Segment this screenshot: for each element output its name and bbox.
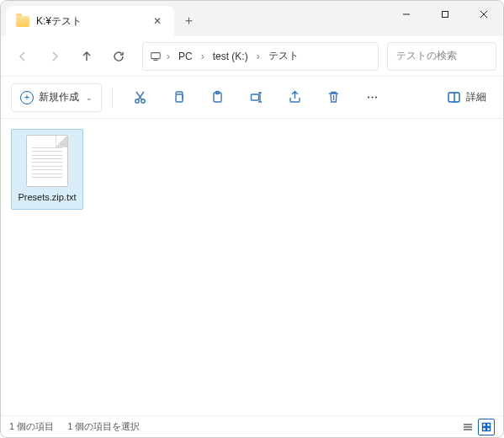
pc-icon [150, 51, 162, 62]
maximize-button[interactable] [426, 1, 464, 28]
breadcrumb-item[interactable]: テスト [265, 47, 302, 65]
new-button[interactable]: + 新規作成 ⌄ [11, 83, 102, 112]
search-input[interactable]: テストの検索 [387, 42, 496, 71]
grid-view-button[interactable] [478, 419, 495, 435]
titlebar: K:¥テスト ✕ ＋ [1, 1, 503, 36]
chevron-down-icon: ⌄ [86, 93, 93, 102]
svg-rect-21 [487, 423, 491, 426]
share-button[interactable] [278, 83, 311, 112]
text-file-icon [26, 135, 68, 187]
chevron-right-icon: › [163, 51, 173, 62]
svg-point-12 [368, 97, 369, 99]
chevron-right-icon: › [198, 51, 208, 62]
minimize-button[interactable] [387, 1, 426, 28]
search-placeholder: テストの検索 [396, 49, 457, 63]
delete-button[interactable] [316, 83, 350, 112]
rename-button[interactable] [239, 83, 273, 112]
statusbar: 1 個の項目 1 個の項目を選択 [1, 415, 503, 437]
navbar: › PC › test (K:) › テスト テストの検索 [1, 36, 503, 77]
svg-rect-1 [443, 12, 448, 18]
folder-icon [16, 16, 29, 27]
view-toggle [459, 419, 495, 435]
new-tab-button[interactable]: ＋ [174, 6, 203, 35]
details-icon [447, 90, 461, 104]
svg-rect-4 [151, 52, 161, 58]
paste-button[interactable] [200, 83, 234, 112]
tab-active[interactable]: K:¥テスト ✕ [6, 6, 174, 36]
svg-rect-22 [483, 427, 486, 430]
copy-button[interactable] [162, 83, 195, 112]
list-view-button[interactable] [459, 419, 476, 435]
divider [112, 88, 113, 107]
svg-rect-8 [176, 94, 183, 102]
details-button[interactable]: 詳細 [440, 83, 493, 112]
svg-rect-20 [483, 423, 486, 426]
file-item[interactable]: Presets.zip.txt [11, 129, 83, 210]
back-button[interactable] [8, 41, 38, 72]
file-list[interactable]: Presets.zip.txt [1, 119, 503, 415]
svg-point-6 [135, 99, 138, 103]
breadcrumb-item[interactable]: test (K:) [210, 49, 252, 64]
forward-button[interactable] [40, 41, 70, 72]
svg-point-14 [375, 97, 377, 99]
file-name: Presets.zip.txt [18, 192, 76, 204]
toolbar: + 新規作成 ⌄ 詳細 [1, 77, 503, 119]
plus-icon: + [20, 91, 34, 104]
new-label: 新規作成 [39, 90, 79, 104]
svg-point-7 [141, 99, 144, 103]
svg-rect-23 [487, 427, 491, 430]
details-label: 詳細 [466, 90, 486, 104]
svg-rect-11 [251, 94, 258, 100]
window-controls [387, 1, 503, 28]
more-button[interactable] [355, 83, 389, 112]
tab-title: K:¥テスト [36, 14, 144, 29]
address-bar[interactable]: › PC › test (K:) › テスト [142, 42, 379, 71]
up-button[interactable] [72, 41, 102, 72]
close-button[interactable] [464, 1, 503, 28]
chevron-right-icon: › [253, 51, 263, 62]
refresh-button[interactable] [103, 41, 134, 72]
svg-point-13 [371, 97, 373, 99]
tab-close-icon[interactable]: ✕ [151, 14, 164, 28]
cut-button[interactable] [123, 83, 157, 112]
selected-count: 1 個の項目を選択 [67, 420, 140, 433]
breadcrumb-item[interactable]: PC [175, 49, 196, 64]
item-count: 1 個の項目 [9, 420, 54, 433]
